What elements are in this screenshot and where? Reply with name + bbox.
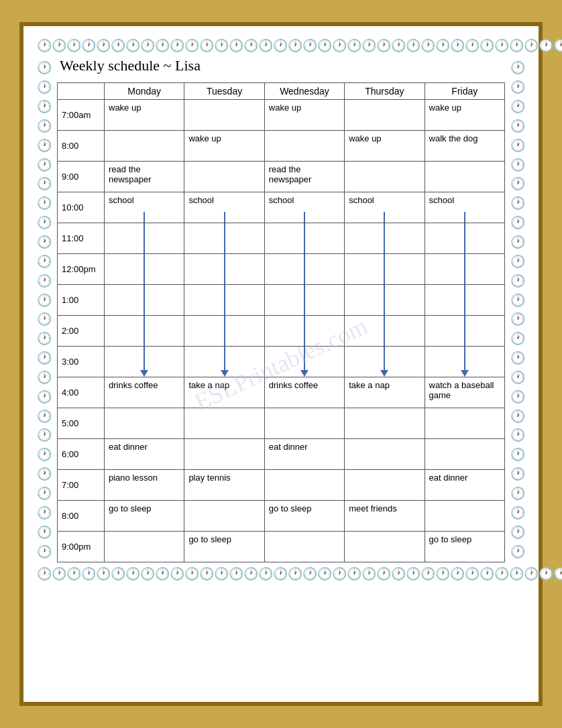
cell-thursday xyxy=(345,470,425,501)
border-clock-icon: 🕐 xyxy=(510,254,525,269)
table-row: 2:00 xyxy=(58,316,505,347)
cell-tuesday xyxy=(184,223,264,254)
border-clock-icon: 🕐 xyxy=(37,486,52,501)
cell-monday: read the newspaper xyxy=(105,162,184,192)
border-clock-icon: 🕐 xyxy=(510,215,525,230)
cell-tuesday xyxy=(184,347,264,377)
border-clock-icon: 🕐 xyxy=(111,40,125,52)
border-clock-icon: 🕐 xyxy=(37,254,52,269)
border-clock-icon: 🕐 xyxy=(288,568,302,580)
cell-friday xyxy=(425,223,504,254)
cell-monday xyxy=(105,223,184,254)
border-clock-icon: 🕐 xyxy=(510,99,525,114)
border-clock-icon: 🕐 xyxy=(37,119,52,133)
border-clock-icon: 🕐 xyxy=(361,568,376,580)
border-clock-icon: 🕐 xyxy=(170,568,184,580)
border-clock-icon: 🕐 xyxy=(420,568,435,580)
border-clock-icon: 🕐 xyxy=(37,409,52,424)
border-clock-icon: 🕐 xyxy=(480,40,494,52)
time-cell: 7:00am xyxy=(58,100,105,131)
table-row: 3:00 xyxy=(58,347,505,377)
border-clock-icon: 🕐 xyxy=(170,40,184,52)
cell-monday xyxy=(105,316,184,347)
time-cell: 2:00 xyxy=(58,316,105,347)
cell-friday: go to sleep xyxy=(425,532,504,562)
border-clock-icon: 🕐 xyxy=(199,568,214,580)
table-body: 7:00amwake upwake upwake up8:00wake upwa… xyxy=(58,100,505,562)
border-clock-icon: 🕐 xyxy=(37,351,52,365)
border-clock-icon: 🕐 xyxy=(52,568,66,580)
border-clock-icon: 🕐 xyxy=(302,40,317,52)
cell-wednesday xyxy=(264,532,344,562)
border-clock-icon: 🕐 xyxy=(184,568,199,580)
table-row: 8:00wake upwake upwalk the dog xyxy=(58,131,505,162)
border-clock-icon: 🕐 xyxy=(37,40,52,52)
cell-text: school xyxy=(429,195,500,205)
table-row: 1:00 xyxy=(58,285,505,316)
border-clock-icon: 🕐 xyxy=(539,40,553,52)
cell-friday: eat dinner xyxy=(425,470,504,501)
border-clock-icon: 🕐 xyxy=(553,568,562,580)
cell-tuesday: go to sleep xyxy=(184,532,264,562)
border-clock-icon: 🕐 xyxy=(52,40,66,52)
cell-wednesday: go to sleep xyxy=(264,501,344,532)
cell-wednesday xyxy=(264,131,344,162)
border-clock-icon: 🕐 xyxy=(510,331,525,346)
header-friday: Friday xyxy=(425,83,504,100)
cell-monday xyxy=(105,408,184,439)
border-clock-icon: 🕐 xyxy=(317,568,332,580)
border-clock-icon: 🕐 xyxy=(66,40,81,52)
cell-monday: school xyxy=(105,192,184,223)
border-clock-icon: 🕐 xyxy=(37,525,52,540)
table-row: 7:00amwake upwake upwake up xyxy=(58,100,505,131)
cell-tuesday xyxy=(184,408,264,439)
cell-wednesday: school xyxy=(264,192,344,223)
header-time xyxy=(58,83,105,100)
border-bottom: 🕐🕐🕐🕐🕐🕐🕐🕐🕐🕐🕐🕐🕐🕐🕐🕐🕐🕐🕐🕐🕐🕐🕐🕐🕐🕐🕐🕐🕐🕐🕐🕐🕐🕐🕐🕐 xyxy=(37,568,525,580)
border-clock-icon: 🕐 xyxy=(37,544,52,559)
border-clock-icon: 🕐 xyxy=(510,60,525,75)
border-clock-icon: 🕐 xyxy=(199,40,214,52)
border-clock-icon: 🕐 xyxy=(37,99,52,114)
border-clock-icon: 🕐 xyxy=(37,428,52,442)
border-clock-icon: 🕐 xyxy=(332,568,347,580)
border-clock-icon: 🕐 xyxy=(184,40,199,52)
border-top: 🕐🕐🕐🕐🕐🕐🕐🕐🕐🕐🕐🕐🕐🕐🕐🕐🕐🕐🕐🕐🕐🕐🕐🕐🕐🕐🕐🕐🕐🕐🕐🕐🕐🕐🕐🕐 xyxy=(37,40,525,52)
cell-friday: wake up xyxy=(425,100,504,131)
border-clock-icon: 🕐 xyxy=(37,447,52,462)
border-clock-icon: 🕐 xyxy=(317,40,332,52)
schedule-table: MondayTuesdayWednesdayThursdayFriday 7:0… xyxy=(57,82,505,562)
border-clock-icon: 🕐 xyxy=(37,331,52,346)
cell-thursday: school xyxy=(345,192,425,223)
border-clock-icon: 🕐 xyxy=(510,351,525,365)
border-clock-icon: 🕐 xyxy=(376,568,391,580)
main-content: Weekly schedule ~ Lisa MondayTuesdayWedn… xyxy=(57,57,505,562)
cell-thursday: wake up xyxy=(345,131,425,162)
cell-thursday xyxy=(345,223,425,254)
cell-tuesday xyxy=(184,162,264,192)
table-row: 7:00piano lessonplay tenniseat dinner xyxy=(58,470,505,501)
cell-wednesday: wake up xyxy=(264,100,344,131)
cell-text: school xyxy=(188,195,260,205)
border-clock-icon: 🕐 xyxy=(258,568,273,580)
table-row: 9:00read the newspaperread the newspaper xyxy=(58,162,505,192)
time-cell: 4:00 xyxy=(58,377,105,408)
table-row: 10:00school school school school school xyxy=(58,192,505,223)
border-clock-icon: 🕐 xyxy=(96,568,111,580)
border-clock-icon: 🕐 xyxy=(450,40,465,52)
cell-monday: wake up xyxy=(105,100,184,131)
border-clock-icon: 🕐 xyxy=(37,158,52,172)
cell-friday xyxy=(425,162,504,192)
cell-thursday xyxy=(345,100,425,131)
cell-wednesday xyxy=(264,347,344,377)
border-clock-icon: 🕐 xyxy=(406,40,420,52)
cell-thursday xyxy=(345,532,425,562)
border-clock-icon: 🕐 xyxy=(510,158,525,172)
cell-thursday xyxy=(345,285,425,316)
border-clock-icon: 🕐 xyxy=(273,568,288,580)
cell-tuesday xyxy=(184,501,264,532)
cell-tuesday xyxy=(184,316,264,347)
cell-friday: walk the dog xyxy=(425,131,504,162)
page: ESLPrintables.com 🕐🕐🕐🕐🕐🕐🕐🕐🕐🕐🕐🕐🕐🕐🕐🕐🕐🕐🕐🕐🕐🕐… xyxy=(19,22,543,706)
cell-friday xyxy=(425,408,504,439)
